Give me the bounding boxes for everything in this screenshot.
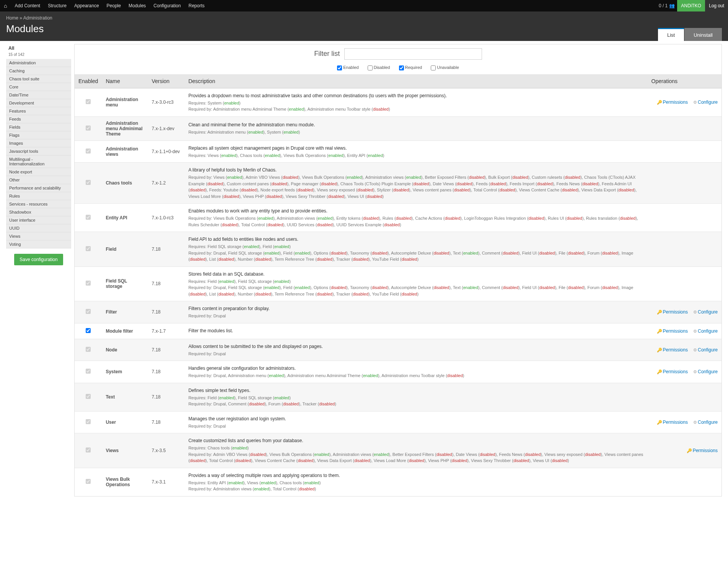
module-enabled-checkbox	[86, 149, 91, 154]
permissions-link[interactable]: 🔑Permissions	[687, 448, 718, 453]
toolbar-item[interactable]: Appearance	[70, 0, 103, 11]
toolbar-item[interactable]: People	[103, 0, 125, 11]
sidebar-item[interactable]: Javascript tools	[6, 147, 71, 155]
logout-button[interactable]: Log out	[705, 0, 728, 11]
module-description: A library of helpful tools by Merlin of …	[184, 163, 647, 204]
module-version: 7.x-1.0-rc3	[148, 204, 184, 232]
module-enabled-checkbox	[86, 419, 91, 424]
permissions-link[interactable]: 🔑Permissions	[657, 100, 688, 105]
module-name: Administration views	[102, 140, 148, 163]
toolbar-item[interactable]: Reports	[185, 0, 208, 11]
sidebar-item[interactable]: Voting	[6, 240, 71, 248]
sidebar-item[interactable]: UUID	[6, 224, 71, 232]
key-icon: 🔑	[657, 100, 662, 105]
key-icon: 🔑	[657, 329, 662, 333]
tab-uninstall[interactable]: Uninstall	[684, 28, 722, 41]
toolbar-item[interactable]: Structure	[44, 0, 70, 11]
configure-link[interactable]: ⚙Configure	[693, 420, 718, 425]
configure-link[interactable]: ⚙Configure	[693, 100, 718, 105]
module-description: Allows content to be submitted to the si…	[184, 339, 647, 361]
sidebar-item[interactable]: Shadowbox	[6, 208, 71, 216]
breadcrumb-home[interactable]: Home	[6, 15, 18, 21]
module-description: Handles general site configuration for a…	[184, 361, 647, 383]
toolbar-count: 0 / 1	[657, 3, 669, 8]
module-dependency-line: Requires: Views (enabled), Chaos tools (…	[188, 152, 643, 159]
sidebar-item[interactable]: Fields	[6, 123, 71, 131]
table-row: Field SQL storage7.18Stores field data i…	[75, 266, 721, 301]
configure-link[interactable]: ⚙Configure	[693, 328, 718, 334]
module-description: Provides a way of selecting multiple row…	[184, 468, 647, 496]
sidebar-item[interactable]: Node export	[6, 168, 71, 176]
home-icon[interactable]: ⌂	[0, 3, 11, 9]
sidebar-item[interactable]: Rules	[6, 192, 71, 200]
table-row: Views7.x-3.5Create customized lists and …	[75, 433, 721, 468]
toolbar-item[interactable]: Configuration	[150, 0, 184, 11]
sidebar-item[interactable]: Flags	[6, 131, 71, 139]
sidebar-item[interactable]: Performance and scalability	[6, 184, 71, 192]
module-dependency-line: Required by: Drupal, Comment (disabled),…	[188, 401, 643, 407]
sidebar-item[interactable]: Date/Time	[6, 91, 71, 99]
module-version: 7.18	[148, 266, 184, 301]
sidebar-item[interactable]: Services - resources	[6, 200, 71, 208]
table-row: Entity API7.x-1.0-rc3Enables modules to …	[75, 204, 721, 232]
filter-unavailable-checkbox[interactable]: Unavailable	[431, 65, 459, 70]
module-name: Filter	[102, 301, 148, 323]
module-description: Filter the modules list.	[184, 323, 647, 339]
permissions-link[interactable]: 🔑Permissions	[657, 347, 688, 353]
filter-required-checkbox[interactable]: Required	[399, 65, 422, 70]
module-operations	[648, 468, 721, 496]
sidebar-item[interactable]: Development	[6, 99, 71, 107]
modules-table: Enabled Name Version Description Operati…	[75, 74, 721, 496]
module-version: 7.18	[148, 383, 184, 411]
module-name: Chaos tools	[102, 163, 148, 204]
gear-icon: ⚙	[693, 100, 697, 105]
gear-icon: ⚙	[693, 310, 697, 314]
sidebar-item[interactable]: Features	[6, 107, 71, 115]
filter-disabled-checkbox[interactable]: Disabled	[368, 65, 390, 70]
sidebar-all[interactable]: All	[6, 44, 71, 52]
filter-enabled-checkbox[interactable]: Enabled	[337, 65, 358, 70]
toolbar-item[interactable]: Modules	[125, 0, 150, 11]
sidebar-item[interactable]: Feeds	[6, 115, 71, 123]
sidebar-item[interactable]: Other	[6, 176, 71, 184]
module-enabled-checkbox	[86, 347, 91, 352]
module-operations: 🔑Permissions⚙Configure	[648, 88, 721, 116]
module-dependency-line: Required by: Administration menu Adminim…	[188, 106, 643, 113]
permissions-link[interactable]: 🔑Permissions	[657, 309, 688, 315]
sidebar-item[interactable]: User interface	[6, 216, 71, 224]
user-button[interactable]: ANDiTKO	[677, 0, 705, 11]
configure-link[interactable]: ⚙Configure	[693, 369, 718, 374]
module-version: 7.18	[148, 361, 184, 383]
module-operations: 🔑Permissions⚙Configure	[648, 361, 721, 383]
sidebar-item[interactable]: Views	[6, 232, 71, 240]
module-version: 7.18	[148, 411, 184, 433]
module-version: 7.x-1.2	[148, 163, 184, 204]
module-version: 7.x-3.5	[148, 433, 184, 468]
breadcrumb-admin[interactable]: Administration	[23, 15, 52, 21]
table-row: Chaos tools7.x-1.2A library of helpful t…	[75, 163, 721, 204]
filter-input[interactable]	[344, 48, 482, 60]
configure-link[interactable]: ⚙Configure	[693, 309, 718, 315]
module-enabled-checkbox[interactable]	[86, 328, 91, 333]
table-row: Administration menu7.x-3.0-rc3Provides a…	[75, 88, 721, 116]
sidebar-item[interactable]: Administration	[6, 59, 71, 67]
module-name: Field	[102, 232, 148, 267]
sidebar-item[interactable]: Chaos tool suite	[6, 75, 71, 83]
module-dependency-line: Required by: Administration views (enabl…	[188, 486, 643, 492]
sidebar-item[interactable]: Core	[6, 83, 71, 91]
toolbar-item[interactable]: Add Content	[11, 0, 44, 11]
tab-list[interactable]: List	[658, 28, 684, 41]
module-enabled-checkbox	[86, 394, 91, 399]
col-enabled: Enabled	[75, 74, 102, 88]
save-configuration-button[interactable]: Save configuration	[14, 254, 63, 265]
sidebar-item[interactable]: Images	[6, 139, 71, 147]
sidebar-item[interactable]: Caching	[6, 67, 71, 75]
table-row: System7.18Handles general site configura…	[75, 361, 721, 383]
module-version: 7.18	[148, 301, 184, 323]
permissions-link[interactable]: 🔑Permissions	[657, 369, 688, 374]
configure-link[interactable]: ⚙Configure	[693, 347, 718, 353]
permissions-link[interactable]: 🔑Permissions	[657, 420, 688, 425]
col-name: Name	[102, 74, 148, 88]
sidebar-item[interactable]: Multilingual - Internationalization	[6, 155, 71, 168]
permissions-link[interactable]: 🔑Permissions	[657, 328, 688, 334]
